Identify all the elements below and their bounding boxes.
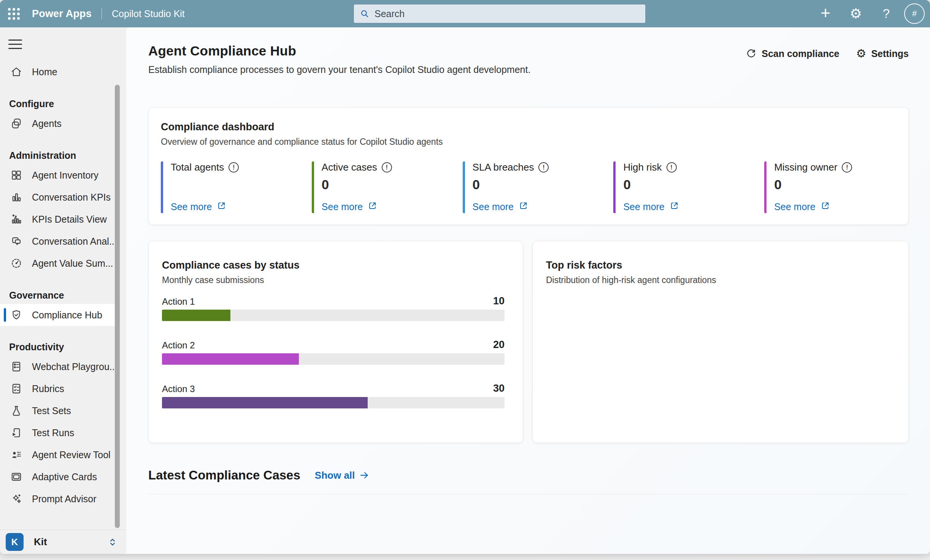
chart-subtitle: Monthly case submissions — [162, 275, 505, 285]
arrow-right-icon — [359, 470, 370, 481]
sidebar-section-productivity: Productivity — [0, 338, 126, 356]
sidebar-item-conversation-anal[interactable]: Conversation Anal... — [0, 230, 126, 252]
kpi-tile-high-risk: High risk!0See more — [613, 161, 741, 213]
shield-icon — [10, 308, 23, 321]
sidebar-section-administration: Administration — [0, 147, 126, 164]
sidebar-item-label: Test Sets — [32, 405, 71, 416]
see-more-link[interactable]: See more — [774, 201, 892, 213]
bar-fill — [162, 397, 368, 408]
chart-subtitle: Distribution of high-risk agent configur… — [546, 275, 890, 285]
bar-label: Action 2 — [162, 340, 195, 351]
sidebar-item-conversation-kpis[interactable]: Conversation KPIs — [0, 186, 126, 208]
info-icon[interactable]: ! — [382, 162, 392, 172]
compliance-dashboard-card: Compliance dashboard Overview of governa… — [148, 107, 909, 225]
sidebar-item-agent-inventory[interactable]: Agent Inventory — [0, 164, 126, 186]
chevron-updown-icon — [106, 536, 119, 548]
waffle-menu-button[interactable] — [0, 0, 27, 27]
sidebar-section-governance: Governance — [0, 286, 126, 304]
see-more-link[interactable]: See more — [473, 201, 590, 213]
waffle-icon — [8, 8, 20, 20]
sidebar-item-kpis-details-view[interactable]: KPIs Details View — [0, 208, 126, 230]
sidebar-item-agents[interactable]: Agents — [0, 112, 126, 134]
webchat-icon — [10, 360, 23, 373]
topbar-actions: + ⚙ ? # — [813, 0, 925, 27]
main-content: Agent Compliance Hub Establish complianc… — [126, 27, 930, 554]
sidebar-item-label: Prompt Advisor — [32, 494, 97, 505]
see-more-link[interactable]: See more — [171, 201, 288, 213]
dashboard-subtitle: Overview of governance and compliance st… — [161, 137, 892, 147]
help-icon[interactable]: ? — [874, 1, 899, 26]
page-title: Agent Compliance Hub — [148, 43, 530, 59]
app-name[interactable]: Copilot Studio Kit — [112, 8, 185, 19]
cases-by-status-card: Compliance cases by status Monthly case … — [148, 241, 523, 443]
environment-avatar: K — [6, 533, 24, 551]
sidebar-item-compliance-hub[interactable]: Compliance Hub — [0, 304, 118, 326]
refresh-icon — [746, 48, 757, 59]
search-icon — [359, 8, 370, 19]
external-link-icon — [669, 201, 679, 213]
external-link-icon — [820, 201, 830, 213]
external-link-icon — [216, 201, 227, 213]
see-more-link[interactable]: See more — [623, 201, 741, 213]
kpi-label: Total agents — [171, 161, 224, 173]
bar-track — [162, 310, 505, 321]
info-icon[interactable]: ! — [842, 162, 852, 172]
account-avatar[interactable]: # — [904, 3, 925, 24]
see-more-label: See more — [774, 201, 815, 212]
bar-label: Action 1 — [162, 296, 195, 307]
sidebar-item-label: KPIs Details View — [32, 214, 107, 225]
dashboard-title: Compliance dashboard — [161, 121, 892, 133]
app-window: Power Apps Copilot Studio Kit + ⚙ ? # Ho… — [0, 0, 930, 554]
new-item-icon[interactable]: + — [813, 0, 838, 25]
sidebar-item-agent-review-tool[interactable]: Agent Review Tool — [0, 444, 126, 466]
see-more-label: See more — [473, 201, 514, 212]
sidebar-item-webchat-playgrou[interactable]: Webchat Playgrou... — [0, 356, 126, 378]
bar-track — [162, 353, 505, 365]
sidebar-item-test-sets[interactable]: Test Sets — [0, 400, 126, 422]
sidebar-item-adaptive-cards[interactable]: Adaptive Cards — [0, 466, 126, 488]
show-all-link[interactable]: Show all — [315, 470, 370, 481]
kpi-label: SLA breaches — [473, 161, 534, 173]
settings-button[interactable]: ⚙ Settings — [856, 48, 909, 59]
kpi-value: 0 — [774, 177, 892, 193]
bar-group-action-1: Action 110 — [162, 295, 505, 321]
sidebar-item-label: Agent Value Sum... — [32, 258, 113, 269]
sidebar-nav: HomeConfigureAgentsAdministrationAgent I… — [0, 61, 126, 510]
sidebar-item-label: Adaptive Cards — [32, 471, 97, 482]
brand-divider — [102, 8, 102, 19]
scan-compliance-button[interactable]: Scan compliance — [746, 48, 839, 59]
flask-icon — [10, 404, 23, 417]
sidebar-item-label: Test Runs — [32, 427, 74, 438]
info-icon[interactable]: ! — [538, 162, 549, 172]
agents-icon — [10, 117, 23, 130]
kpi-tile-total-agents: Total agents!See more — [161, 161, 288, 213]
top-bar: Power Apps Copilot Studio Kit + ⚙ ? # — [0, 0, 930, 27]
sidebar-item-label: Agent Review Tool — [32, 449, 111, 460]
kpis-icon — [10, 191, 23, 204]
sidebar-item-label: Home — [32, 66, 57, 78]
sidebar-item-label: Conversation Anal... — [32, 236, 117, 247]
see-more-link[interactable]: See more — [322, 201, 439, 213]
sidebar-item-agent-value-sum[interactable]: Agent Value Sum... — [0, 252, 126, 274]
conversation-analysis-icon — [10, 235, 23, 248]
chart-title: Compliance cases by status — [162, 259, 505, 271]
sidebar-item-home[interactable]: Home — [0, 61, 126, 83]
global-search[interactable] — [354, 4, 646, 23]
hamburger-menu-icon[interactable] — [8, 36, 25, 52]
sidebar-item-test-runs[interactable]: Test Runs — [0, 422, 126, 444]
info-icon[interactable]: ! — [667, 162, 677, 172]
search-input[interactable] — [375, 8, 640, 19]
sidebar-item-label: Rubrics — [32, 383, 64, 394]
info-icon[interactable]: ! — [229, 162, 239, 172]
top-risk-factors-card: Top risk factors Distribution of high-ri… — [532, 241, 909, 443]
sidebar-item-label: Agents — [32, 118, 62, 129]
sparkle-icon — [10, 492, 23, 505]
sidebar-scrollbar[interactable] — [115, 85, 120, 528]
brand-title[interactable]: Power Apps — [32, 8, 92, 20]
kpi-label: High risk — [623, 161, 662, 173]
kpi-tile-sla-breaches: SLA breaches!0See more — [463, 161, 590, 213]
settings-gear-icon[interactable]: ⚙ — [843, 1, 868, 26]
environment-picker[interactable]: K Kit — [0, 530, 126, 554]
sidebar-item-prompt-advisor[interactable]: Prompt Advisor — [0, 488, 126, 510]
sidebar-item-rubrics[interactable]: Rubrics — [0, 378, 126, 400]
